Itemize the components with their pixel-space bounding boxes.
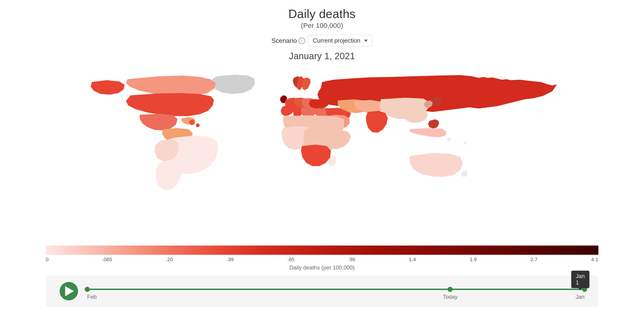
legend-value-8: 2.7 xyxy=(530,257,538,263)
legend-value-7: 1.9 xyxy=(470,257,477,263)
legend-gradient xyxy=(46,245,598,255)
legend-value-2: .20 xyxy=(166,257,173,263)
play-icon xyxy=(65,286,74,296)
scenario-dropdown[interactable]: Current projection xyxy=(308,35,372,46)
timeline-bar: Jan 1 xyxy=(87,289,584,290)
legend-value-9: 4.1 xyxy=(591,257,598,263)
country-caribbean-island2 xyxy=(196,123,200,127)
timeline-end-dot: Jan 1 xyxy=(582,287,587,292)
country-south-africa xyxy=(301,145,331,166)
country-caribbean-island xyxy=(189,120,195,125)
country-nz xyxy=(462,170,468,177)
country-spain xyxy=(281,106,293,116)
country-philippines xyxy=(428,119,439,129)
legend-value-4: .65 xyxy=(287,257,294,263)
timeline-start-dot xyxy=(85,287,90,292)
timeline-label-jan: Jan xyxy=(576,294,584,300)
map-svg xyxy=(46,64,598,243)
country-australia xyxy=(409,153,462,177)
country-sea xyxy=(403,109,428,123)
legend-section: 0 .065 .20 .39 .65 .96 1.4 1.9 2.7 4.1 D… xyxy=(46,245,598,271)
country-indonesia xyxy=(410,128,446,137)
country-finland xyxy=(302,77,310,90)
timeline-tooltip: Jan 1 xyxy=(571,271,590,288)
scenario-row: Scenario i Current projection xyxy=(272,35,372,46)
chevron-down-icon xyxy=(364,40,368,42)
country-greenland xyxy=(212,75,255,94)
info-icon[interactable]: i xyxy=(299,38,305,44)
timeline-mid-dot xyxy=(448,287,453,292)
country-usa xyxy=(126,93,214,116)
country-mexico xyxy=(140,114,178,130)
page-title: Daily deaths xyxy=(288,7,356,21)
legend-value-6: 1.4 xyxy=(409,257,416,263)
pacific-island xyxy=(447,138,450,141)
page-subtitle: (Per 100,000) xyxy=(288,22,356,30)
scenario-label: Scenario i xyxy=(272,37,305,45)
timeline-section: Jan 1 Feb Today Jan xyxy=(46,275,598,307)
country-east-africa xyxy=(326,130,351,149)
date-label: January 1, 2021 xyxy=(289,51,355,61)
legend-value-1: .065 xyxy=(102,257,112,263)
country-argentina xyxy=(156,161,182,190)
legend-value-3: .39 xyxy=(226,257,234,263)
legend-labels: 0 .065 .20 .39 .65 .96 1.4 1.9 2.7 4.1 xyxy=(46,257,598,263)
country-alaska xyxy=(91,80,124,95)
country-canada xyxy=(126,76,216,96)
play-button[interactable] xyxy=(60,282,78,300)
timeline-track[interactable]: Jan 1 xyxy=(87,289,584,290)
pacific-island2 xyxy=(464,142,466,144)
country-india xyxy=(366,111,388,133)
timeline-label-today: Today xyxy=(443,294,458,300)
legend-value-0: 0 xyxy=(46,257,48,263)
header: Daily deaths (Per 100,000) xyxy=(288,7,356,30)
legend-axis-label: Daily deaths (per 100,000) xyxy=(46,264,598,271)
world-map xyxy=(46,64,598,243)
timeline-label-feb: Feb xyxy=(87,294,97,300)
legend-value-5: .96 xyxy=(348,257,355,263)
